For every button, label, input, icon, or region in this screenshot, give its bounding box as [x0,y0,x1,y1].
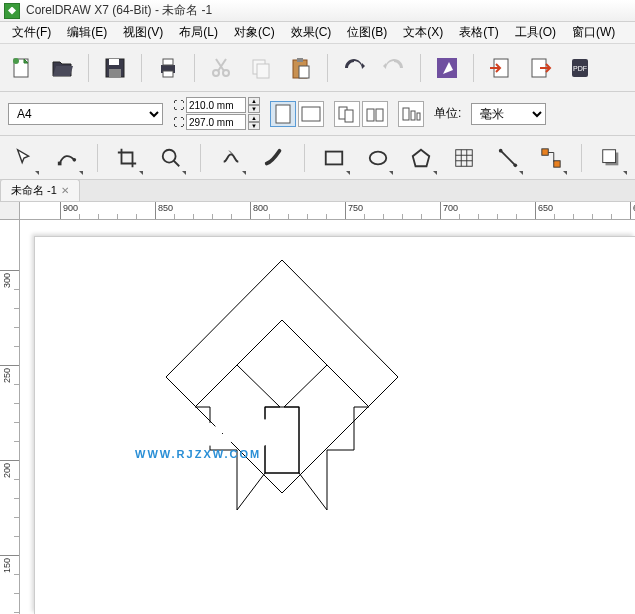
crop-tool[interactable] [114,143,141,173]
separator [420,54,421,82]
ellipse-tool[interactable] [364,143,391,173]
svg-point-38 [513,163,517,167]
svg-rect-24 [345,110,353,122]
svg-marker-35 [413,149,430,166]
page-height-input[interactable] [186,114,246,130]
separator [97,144,98,172]
page-layout-button[interactable] [398,101,424,127]
canvas[interactable]: 软件自学网 WWW.RJZXW.COM [20,220,635,614]
document-tabs: 未命名 -1 ✕ [0,180,635,202]
svg-rect-8 [163,71,173,77]
artistic-media-tool[interactable] [260,143,287,173]
separator [141,54,142,82]
landscape-button[interactable] [298,101,324,127]
watermark-title: 软件自学网 [135,415,270,450]
toolbox [0,136,635,180]
menu-view[interactable]: 视图(V) [115,22,171,43]
menu-tools[interactable]: 工具(O) [507,22,564,43]
standard-toolbar: PDF [0,44,635,92]
menu-table[interactable]: 表格(T) [451,22,506,43]
menu-window[interactable]: 窗口(W) [564,22,623,43]
svg-rect-26 [376,109,383,121]
publish-pdf-button[interactable]: PDF [566,54,594,82]
property-bar: A4 ⛶ ▲▼ ⛶ ▲▼ 单位: 毫米 [0,92,635,136]
svg-rect-30 [58,161,62,165]
all-pages-button[interactable] [334,101,360,127]
shape-tool[interactable] [53,143,80,173]
pick-tool[interactable] [10,143,37,173]
svg-rect-40 [554,160,560,166]
tab-close-icon[interactable]: ✕ [61,185,69,196]
import-button[interactable] [486,54,514,82]
zoom-tool[interactable] [157,143,184,173]
svg-rect-36 [456,149,473,166]
svg-rect-42 [603,149,616,162]
horizontal-ruler[interactable]: 900850800750700650600 [20,202,635,220]
window-title: CorelDRAW X7 (64-Bit) - 未命名 -1 [26,2,212,19]
dimension-tool[interactable] [494,143,521,173]
separator [88,54,89,82]
print-button[interactable] [154,54,182,82]
watermark-url: WWW.RJZXW.COM [135,448,270,460]
rectangle-tool[interactable] [321,143,348,173]
open-button[interactable] [48,54,76,82]
svg-point-37 [498,148,502,152]
svg-rect-14 [297,58,303,62]
page-width-input[interactable] [186,97,246,113]
svg-rect-5 [109,69,121,77]
unit-label: 单位: [434,105,461,122]
ruler-corner[interactable] [0,202,20,220]
svg-rect-21 [276,105,290,123]
menu-object[interactable]: 对象(C) [226,22,283,43]
undo-button[interactable] [340,54,368,82]
svg-point-32 [162,149,175,162]
svg-rect-25 [367,109,374,121]
width-spinner[interactable]: ▲▼ [248,97,260,113]
separator [304,144,305,172]
current-page-button[interactable] [362,101,388,127]
separator [327,54,328,82]
watermark: 软件自学网 WWW.RJZXW.COM [135,415,270,460]
height-spinner[interactable]: ▲▼ [248,114,260,130]
page-size-select[interactable]: A4 [8,103,163,125]
connector-tool[interactable] [537,143,564,173]
svg-rect-33 [326,151,343,164]
polygon-tool[interactable] [407,143,434,173]
drop-shadow-tool[interactable] [598,143,625,173]
menu-bitmap[interactable]: 位图(B) [339,22,395,43]
svg-rect-22 [302,107,320,121]
menu-effect[interactable]: 效果(C) [283,22,340,43]
search-content-button[interactable] [433,54,461,82]
document-tab[interactable]: 未命名 -1 ✕ [0,179,80,201]
menu-edit[interactable]: 编辑(E) [59,22,115,43]
save-button[interactable] [101,54,129,82]
workspace: 900850800750700650600 300250200150100 软件… [0,202,635,614]
new-button[interactable] [8,54,36,82]
portrait-button[interactable] [270,101,296,127]
svg-text:PDF: PDF [573,65,587,72]
svg-rect-27 [403,108,409,120]
svg-rect-15 [299,66,309,78]
unit-select[interactable]: 毫米 [471,103,546,125]
svg-point-34 [369,151,386,164]
menu-layout[interactable]: 布局(L) [171,22,226,43]
svg-point-2 [13,58,19,64]
svg-marker-45 [284,365,369,510]
svg-rect-28 [411,111,415,120]
width-icon: ⛶ [173,99,184,111]
vertical-ruler[interactable]: 300250200150100 [0,220,20,614]
freehand-tool[interactable] [217,143,244,173]
svg-rect-4 [109,59,119,65]
menu-file[interactable]: 文件(F) [4,22,59,43]
paste-button[interactable] [287,54,315,82]
menubar: 文件(F) 编辑(E) 视图(V) 布局(L) 对象(C) 效果(C) 位图(B… [0,22,635,44]
separator [473,54,474,82]
menu-text[interactable]: 文本(X) [395,22,451,43]
svg-point-31 [72,158,76,162]
height-icon: ⛶ [173,116,184,128]
page-dimensions: ⛶ ▲▼ ⛶ ▲▼ [173,97,260,130]
svg-rect-46 [265,407,299,473]
export-button[interactable] [526,54,554,82]
separator [200,144,201,172]
graph-paper-tool[interactable] [451,143,478,173]
